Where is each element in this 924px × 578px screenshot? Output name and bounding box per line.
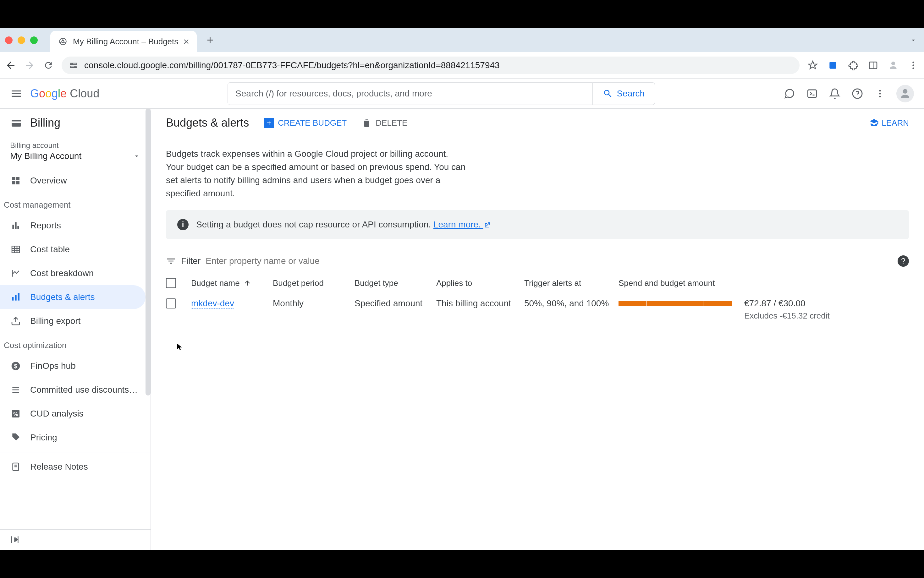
filter-input[interactable] — [205, 256, 893, 266]
filter-help-icon[interactable]: ? — [898, 255, 909, 267]
sidebar-item-label: Cost table — [30, 244, 70, 255]
sidebar-item-label: Billing export — [30, 316, 80, 326]
header-trigger[interactable]: Trigger alerts at — [524, 278, 618, 288]
sidebar-item-overview[interactable]: Overview — [0, 169, 151, 193]
header-type[interactable]: Budget type — [355, 278, 436, 288]
sidebar-item-label: Release Notes — [30, 462, 88, 472]
info-text: Setting a budget does not cap resource o… — [196, 219, 491, 230]
cell-type: Specified amount — [355, 299, 436, 308]
browser-tab[interactable]: My Billing Account – Budgets × — [50, 31, 197, 52]
user-avatar[interactable] — [896, 85, 914, 102]
window-minimize-button[interactable] — [18, 36, 25, 44]
filter-row: Filter ? — [166, 252, 909, 271]
svg-point-17 — [879, 96, 881, 97]
svg-rect-27 — [17, 226, 19, 229]
svg-rect-7 — [869, 62, 877, 68]
forward-button[interactable] — [24, 60, 35, 71]
header-applies[interactable]: Applies to — [436, 278, 524, 288]
sidebar-item-label: Committed use discounts… — [30, 385, 138, 395]
budget-name-link[interactable]: mkdev-dev — [191, 299, 234, 309]
sidebar-header: Billing — [0, 109, 151, 137]
browser-tab-bar: My Billing Account – Budgets × + — [0, 28, 924, 52]
sidebar-item-budgets[interactable]: Budgets & alerts — [0, 285, 145, 309]
svg-point-1 — [62, 41, 64, 43]
sidebar-item-cud-analysis[interactable]: % CUD analysis — [0, 402, 151, 425]
chat-icon[interactable] — [783, 87, 796, 100]
sidebar-item-cost-table[interactable]: Cost table — [0, 237, 151, 261]
svg-point-12 — [913, 67, 914, 69]
create-budget-button[interactable]: + CREATE BUDGET — [264, 118, 346, 128]
header-name[interactable]: Budget name — [191, 278, 273, 288]
sidebar-scrollbar[interactable] — [145, 109, 151, 396]
tab-favicon-icon — [58, 36, 68, 47]
sidebar-item-finops[interactable]: $ FinOps hub — [0, 354, 151, 378]
filter-label: Filter — [181, 256, 200, 266]
learn-button[interactable]: LEARN — [869, 118, 909, 128]
sidebar-collapse-button[interactable] — [0, 529, 151, 550]
window-close-button[interactable] — [5, 36, 13, 44]
sidebar-title: Billing — [30, 116, 60, 130]
sidebar-item-cost-breakdown[interactable]: Cost breakdown — [0, 261, 151, 285]
browser-menu-icon[interactable] — [908, 60, 919, 71]
more-icon[interactable] — [874, 87, 886, 100]
svg-rect-34 — [15, 295, 16, 300]
svg-point-9 — [891, 62, 895, 65]
sidebar-item-cud[interactable]: Committed use discounts… — [0, 378, 151, 402]
site-settings-icon[interactable] — [69, 61, 78, 70]
reload-button[interactable] — [43, 60, 54, 71]
sidebar-item-reports[interactable]: Reports — [0, 214, 151, 237]
cell-applies: This billing account — [436, 299, 524, 308]
side-panel-icon[interactable] — [867, 60, 879, 71]
header-spend[interactable]: Spend and budget amount — [618, 278, 909, 288]
extensions-icon[interactable] — [847, 60, 859, 71]
learn-more-link[interactable]: Learn more. — [433, 219, 491, 229]
svg-rect-33 — [12, 297, 13, 300]
svg-rect-35 — [18, 293, 20, 300]
search-button[interactable]: Search — [593, 82, 655, 105]
google-cloud-logo[interactable]: Google Cloud — [30, 87, 99, 100]
sidebar-item-label: CUD analysis — [30, 409, 84, 419]
billing-account-selector[interactable]: Billing account My Billing Account — [0, 137, 151, 169]
table-icon — [10, 244, 21, 255]
back-button[interactable] — [5, 60, 16, 71]
search-input[interactable]: Search (/) for resources, docs, products… — [228, 82, 593, 105]
window-maximize-button[interactable] — [30, 36, 38, 44]
svg-rect-6 — [830, 62, 836, 68]
tab-close-icon[interactable]: × — [183, 36, 189, 47]
sidebar-section-cost-management: Cost management — [0, 193, 151, 214]
header-period[interactable]: Budget period — [273, 278, 355, 288]
select-all-checkbox[interactable] — [166, 278, 176, 288]
tabs-dropdown-icon[interactable] — [908, 34, 919, 46]
notifications-icon[interactable] — [828, 87, 841, 100]
search-container: Search (/) for resources, docs, products… — [228, 82, 655, 105]
account-label: Billing account — [10, 141, 140, 150]
sidebar-item-billing-export[interactable]: Billing export — [0, 309, 151, 333]
dashboard-icon — [10, 175, 21, 186]
extension-icon-1[interactable] — [827, 60, 838, 71]
cloud-shell-icon[interactable] — [806, 87, 818, 100]
sidebar-item-label: Cost breakdown — [30, 268, 94, 278]
money-icon: $ — [10, 360, 21, 372]
profile-icon[interactable] — [888, 60, 899, 71]
page-description: Budgets track expenses within a Google C… — [166, 147, 468, 200]
svg-text:$: $ — [14, 363, 18, 369]
svg-point-15 — [879, 90, 881, 91]
svg-rect-20 — [11, 122, 21, 123]
sidebar-item-release-notes[interactable]: Release Notes — [0, 455, 151, 479]
help-icon[interactable] — [851, 87, 864, 100]
svg-text:%: % — [13, 411, 18, 417]
bookmark-icon[interactable] — [807, 60, 818, 71]
sidebar-item-label: Budgets & alerts — [30, 292, 94, 302]
budgets-icon — [10, 292, 21, 303]
svg-point-4 — [72, 63, 72, 64]
sidebar-item-pricing[interactable]: Pricing — [0, 425, 151, 450]
url-input[interactable]: console.cloud.google.com/billing/001787-… — [62, 57, 800, 74]
row-checkbox[interactable] — [166, 299, 176, 308]
delete-button[interactable]: DELETE — [362, 118, 407, 128]
svg-rect-22 — [16, 177, 20, 180]
trash-icon — [362, 118, 372, 128]
new-tab-button[interactable]: + — [207, 34, 213, 47]
cell-trigger: 50%, 90%, and 100% — [524, 299, 618, 308]
menu-icon[interactable] — [10, 87, 23, 100]
mouse-cursor-icon — [176, 343, 184, 351]
